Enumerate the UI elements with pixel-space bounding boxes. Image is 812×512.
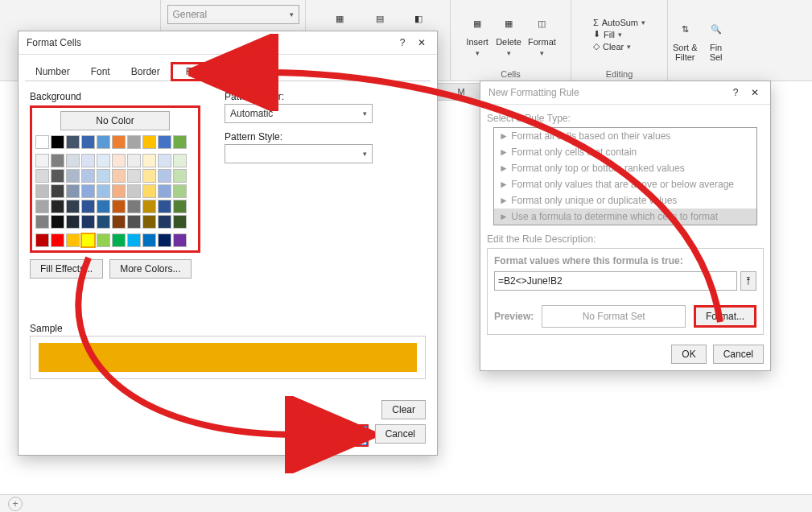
- annotation-arrows: [0, 0, 812, 512]
